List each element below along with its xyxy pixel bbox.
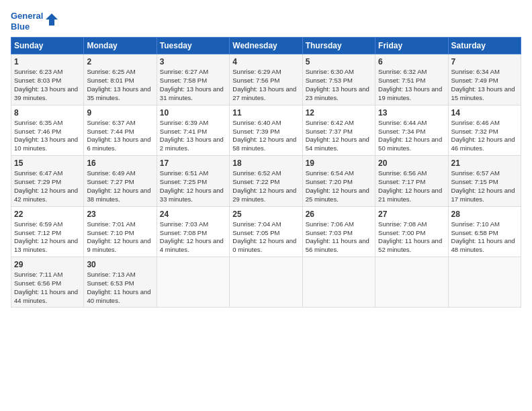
sunset: Sunset: 7:10 PM <box>87 229 134 236</box>
calendar-cell: 29Sunrise: 7:11 AMSunset: 6:56 PMDayligh… <box>11 257 84 307</box>
daylight: Daylight: 13 hours and 10 minutes. <box>14 136 78 152</box>
page-container: General Blue SundayMondayTuesdayWednesda… <box>0 0 532 316</box>
day-number: 29 <box>14 259 81 270</box>
sunset: Sunset: 7:29 PM <box>14 178 61 185</box>
sunrise: Sunrise: 6:49 AM <box>87 169 135 177</box>
sunset: Sunset: 7:56 PM <box>232 77 279 84</box>
calendar-cell: 30Sunrise: 7:13 AMSunset: 6:53 PMDayligh… <box>84 257 157 307</box>
sunrise: Sunrise: 6:44 AM <box>378 119 427 126</box>
sunset: Sunset: 7:15 PM <box>451 178 498 185</box>
calendar-cell: 27Sunrise: 7:08 AMSunset: 7:00 PMDayligh… <box>375 206 448 257</box>
sunset: Sunset: 7:34 PM <box>378 128 425 135</box>
calendar-cell: 28Sunrise: 7:10 AMSunset: 6:58 PMDayligh… <box>448 206 521 257</box>
daylight: Daylight: 13 hours and 27 minutes. <box>232 85 296 101</box>
sunrise: Sunrise: 6:35 AM <box>14 119 62 126</box>
day-number: 11 <box>232 107 299 118</box>
daylight: Daylight: 12 hours and 4 minutes. <box>160 237 224 253</box>
calendar-cell: 12Sunrise: 6:42 AMSunset: 7:37 PMDayligh… <box>302 105 375 155</box>
weekday-header: Saturday <box>448 38 521 54</box>
sunrise: Sunrise: 6:46 AM <box>451 119 500 126</box>
weekday-header: Friday <box>375 38 448 54</box>
day-number: 14 <box>451 107 518 118</box>
calendar-row: 22Sunrise: 6:59 AMSunset: 7:12 PMDayligh… <box>11 206 521 257</box>
sunset: Sunset: 7:39 PM <box>232 128 279 135</box>
daylight: Daylight: 12 hours and 0 minutes. <box>232 237 296 253</box>
sunrise: Sunrise: 7:10 AM <box>451 220 500 228</box>
day-number: 30 <box>87 259 153 270</box>
sunrise: Sunrise: 6:29 AM <box>232 68 281 75</box>
logo: General Blue <box>11 11 59 32</box>
sunset: Sunset: 7:32 PM <box>451 128 498 135</box>
calendar-cell: 1Sunrise: 6:23 AMSunset: 8:03 PMDaylight… <box>11 54 84 105</box>
day-number: 18 <box>232 158 299 169</box>
sunrise: Sunrise: 6:56 AM <box>378 169 427 177</box>
day-number: 26 <box>306 209 372 220</box>
sunrise: Sunrise: 7:13 AM <box>87 271 135 278</box>
day-number: 13 <box>378 107 445 118</box>
daylight: Daylight: 12 hours and 46 minutes. <box>451 136 515 152</box>
sunset: Sunset: 7:00 PM <box>378 229 425 236</box>
calendar-cell: 5Sunrise: 6:30 AMSunset: 7:53 PMDaylight… <box>302 54 375 105</box>
sunset: Sunset: 8:01 PM <box>87 77 134 84</box>
logo-blue: Blue <box>11 21 30 32</box>
calendar-cell <box>157 257 229 307</box>
sunrise: Sunrise: 6:25 AM <box>87 68 135 75</box>
day-number: 4 <box>232 56 299 67</box>
daylight: Daylight: 13 hours and 35 minutes. <box>87 85 150 101</box>
sunset: Sunset: 7:20 PM <box>306 178 353 185</box>
calendar-cell: 4Sunrise: 6:29 AMSunset: 7:56 PMDaylight… <box>230 54 302 105</box>
daylight: Daylight: 12 hours and 42 minutes. <box>14 187 78 203</box>
sunset: Sunset: 7:05 PM <box>232 229 279 236</box>
sunset: Sunset: 7:17 PM <box>378 178 425 185</box>
daylight: Daylight: 11 hours and 56 minutes. <box>306 237 369 253</box>
daylight: Daylight: 12 hours and 21 minutes. <box>378 187 442 203</box>
day-number: 3 <box>160 56 226 67</box>
sunrise: Sunrise: 6:30 AM <box>306 68 354 75</box>
day-number: 6 <box>378 56 445 67</box>
day-number: 22 <box>14 209 81 220</box>
daylight: Daylight: 12 hours and 13 minutes. <box>14 237 78 253</box>
calendar-cell: 26Sunrise: 7:06 AMSunset: 7:03 PMDayligh… <box>302 206 375 257</box>
calendar-cell <box>230 257 302 307</box>
sunset: Sunset: 6:58 PM <box>451 229 498 236</box>
calendar-cell: 2Sunrise: 6:25 AMSunset: 8:01 PMDaylight… <box>84 54 157 105</box>
sunrise: Sunrise: 6:40 AM <box>232 119 281 126</box>
sunset: Sunset: 7:49 PM <box>451 77 498 84</box>
daylight: Daylight: 13 hours and 19 minutes. <box>378 85 442 101</box>
calendar-cell: 6Sunrise: 6:32 AMSunset: 7:51 PMDaylight… <box>375 54 448 105</box>
day-number: 12 <box>306 107 372 118</box>
sunrise: Sunrise: 7:06 AM <box>306 220 354 228</box>
logo-text: General Blue <box>11 11 43 32</box>
sunset: Sunset: 7:12 PM <box>14 229 61 236</box>
day-number: 1 <box>14 56 81 67</box>
day-number: 23 <box>87 209 153 220</box>
calendar-cell: 3Sunrise: 6:27 AMSunset: 7:58 PMDaylight… <box>157 54 229 105</box>
calendar-cell: 7Sunrise: 6:34 AMSunset: 7:49 PMDaylight… <box>448 54 521 105</box>
calendar-cell: 14Sunrise: 6:46 AMSunset: 7:32 PMDayligh… <box>448 105 521 155</box>
daylight: Daylight: 13 hours and 31 minutes. <box>160 85 224 101</box>
sunrise: Sunrise: 6:23 AM <box>14 68 62 75</box>
day-number: 7 <box>451 56 518 67</box>
daylight: Daylight: 12 hours and 58 minutes. <box>232 136 296 152</box>
sunrise: Sunrise: 6:51 AM <box>160 169 208 177</box>
calendar-cell: 23Sunrise: 7:01 AMSunset: 7:10 PMDayligh… <box>84 206 157 257</box>
sunrise: Sunrise: 6:34 AM <box>451 68 500 75</box>
calendar-cell: 13Sunrise: 6:44 AMSunset: 7:34 PMDayligh… <box>375 105 448 155</box>
daylight: Daylight: 12 hours and 54 minutes. <box>306 136 369 152</box>
calendar-cell: 18Sunrise: 6:52 AMSunset: 7:22 PMDayligh… <box>230 156 302 206</box>
sunrise: Sunrise: 7:01 AM <box>87 220 135 228</box>
daylight: Daylight: 12 hours and 9 minutes. <box>87 237 150 253</box>
calendar-cell: 24Sunrise: 7:03 AMSunset: 7:08 PMDayligh… <box>157 206 229 257</box>
calendar-cell <box>375 257 448 307</box>
sunrise: Sunrise: 7:03 AM <box>160 220 208 228</box>
calendar-cell: 15Sunrise: 6:47 AMSunset: 7:29 PMDayligh… <box>11 156 84 206</box>
sunset: Sunset: 7:44 PM <box>87 128 134 135</box>
calendar-cell: 25Sunrise: 7:04 AMSunset: 7:05 PMDayligh… <box>230 206 302 257</box>
day-number: 27 <box>378 209 445 220</box>
sunrise: Sunrise: 7:11 AM <box>14 271 62 278</box>
day-number: 2 <box>87 56 153 67</box>
weekday-header: Thursday <box>302 38 375 54</box>
sunset: Sunset: 7:53 PM <box>306 77 353 84</box>
weekday-header: Wednesday <box>230 38 302 54</box>
day-number: 19 <box>306 158 372 169</box>
